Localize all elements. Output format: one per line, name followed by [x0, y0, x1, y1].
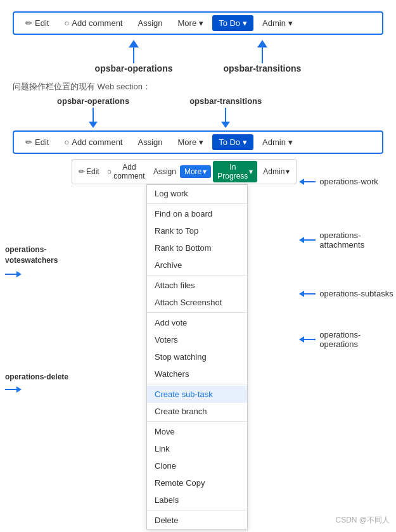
right-annotation-operations: operations-operations [299, 330, 396, 349]
csdn-watermark: CSDN @不同人 [335, 515, 390, 526]
edit-icon: ✏ [25, 18, 32, 28]
chevron-down-icon-5: ▾ [203, 167, 207, 176]
dropdown-item-find-on-board[interactable]: Find on a board [147, 205, 247, 222]
chevron-down-icon-2: ▾ [199, 137, 203, 147]
dropdown-item-rank-to-bottom[interactable]: Rank to Bottom [147, 239, 247, 256]
right-annotation-attachments: operations-attachments [299, 231, 396, 250]
admin-button[interactable]: Admin ▾ [256, 15, 299, 31]
add-comment-button-2[interactable]: ○ Add comment [58, 134, 129, 150]
dropdown-item-move[interactable]: Move [147, 423, 247, 440]
dropdown-item-create-branch[interactable]: Create branch [147, 403, 247, 420]
todo-button[interactable]: To Do ▾ [212, 15, 253, 31]
dropdown-item-rank-to-top[interactable]: Rank to Top [147, 222, 247, 239]
inprogress-button[interactable]: In Progress ▾ [213, 161, 257, 182]
edit-button-2[interactable]: ✏ Edit [19, 134, 55, 150]
left-annotation-delete: operations-delete [5, 372, 72, 393]
right-annotation-subtasks: operations-subtasks [299, 289, 396, 298]
dropdown-divider-5 [147, 421, 247, 422]
dropdown-item-link[interactable]: Link [147, 440, 247, 457]
admin-button-3[interactable]: Admin ▾ [259, 165, 293, 178]
more-button-2[interactable]: More ▾ [172, 134, 210, 150]
right-annotation-work: operations-work [299, 177, 396, 186]
opsbar-transitions-arrow: opsbar-transitions [224, 40, 302, 76]
more-button-3[interactable]: More ▾ [180, 165, 211, 178]
more-dropdown-menu: Log work Find on a board Rank to Top Ran… [146, 184, 248, 529]
add-comment-button-3[interactable]: ○ Add comment [103, 161, 150, 182]
chevron-down-icon-6: ▾ [249, 167, 253, 176]
dropdown-item-stop-watching[interactable]: Stop watching [147, 348, 247, 365]
dropdown-item-add-vote[interactable]: Add vote [147, 314, 247, 331]
dropdown-item-attach-screenshot[interactable]: Attach Screenshot [147, 294, 247, 311]
assign-button-2[interactable]: Assign [131, 134, 169, 150]
dropdown-divider-6 [147, 510, 247, 510]
todo-button-2[interactable]: To Do ▾ [212, 134, 253, 150]
section-description: 问题操作栏位置的现有 Web section： [13, 81, 383, 92]
dropdown-divider [147, 203, 247, 204]
comment-icon-2: ○ [64, 137, 69, 147]
dropdown-divider-2 [147, 275, 247, 276]
dropdown-item-create-sub-task[interactable]: Create sub-task [147, 386, 247, 403]
add-comment-button[interactable]: ○ Add comment [58, 15, 129, 31]
chevron-down-icon: ▾ [243, 18, 247, 28]
edit-button-3[interactable]: ✏ Edit [75, 165, 103, 178]
dropdown-item-remote-copy[interactable]: Remote Copy [147, 474, 247, 491]
dropdown-item-delete[interactable]: Delete [147, 512, 247, 529]
dropdown-item-attach-files[interactable]: Attach files [147, 277, 247, 294]
opsbar-operations-arrow: opsbar-operations [95, 40, 173, 76]
dropdown-divider-4 [147, 384, 247, 384]
admin-button-2[interactable]: Admin ▾ [256, 134, 299, 150]
dropdown-item-voters[interactable]: Voters [147, 331, 247, 348]
dropdown-divider-3 [147, 312, 247, 313]
left-annotation-voteswatchers: operations-voteswatchers [5, 244, 72, 277]
edit-icon-2: ✏ [25, 137, 32, 147]
second-toolbar: ✏ Edit ○ Add comment Assign More ▾ To Do… [13, 130, 383, 154]
edit-icon-3: ✏ [79, 167, 85, 176]
chevron-down-icon: ▾ [199, 18, 203, 28]
comment-icon: ○ [64, 18, 69, 28]
chevron-down-icon-7: ▾ [286, 167, 290, 176]
chevron-down-icon-4: ▾ [288, 137, 293, 147]
dropdown-item-archive[interactable]: Archive [147, 256, 247, 274]
more-button[interactable]: More ▾ [172, 15, 210, 31]
dropdown-item-labels[interactable]: Labels [147, 491, 247, 509]
chevron-down-icon: ▾ [288, 18, 293, 28]
opsbar-operations-arrow2: opsbar-operations [57, 96, 129, 128]
dropdown-item-watchers[interactable]: Watchers [147, 365, 247, 383]
assign-button-3[interactable]: Assign [150, 165, 180, 178]
opsbar-transitions-arrow2: opsbar-transitions [189, 96, 262, 128]
dropdown-item-clone[interactable]: Clone [147, 457, 247, 474]
dropdown-item-log-work[interactable]: Log work [147, 185, 247, 202]
assign-button[interactable]: Assign [131, 15, 169, 31]
comment-icon-3: ○ [107, 167, 112, 176]
chevron-down-icon-3: ▾ [243, 137, 247, 147]
edit-button[interactable]: ✏ Edit [19, 15, 55, 31]
top-toolbar: ✏ Edit ○ Add comment Assign More ▾ To Do… [13, 11, 383, 35]
